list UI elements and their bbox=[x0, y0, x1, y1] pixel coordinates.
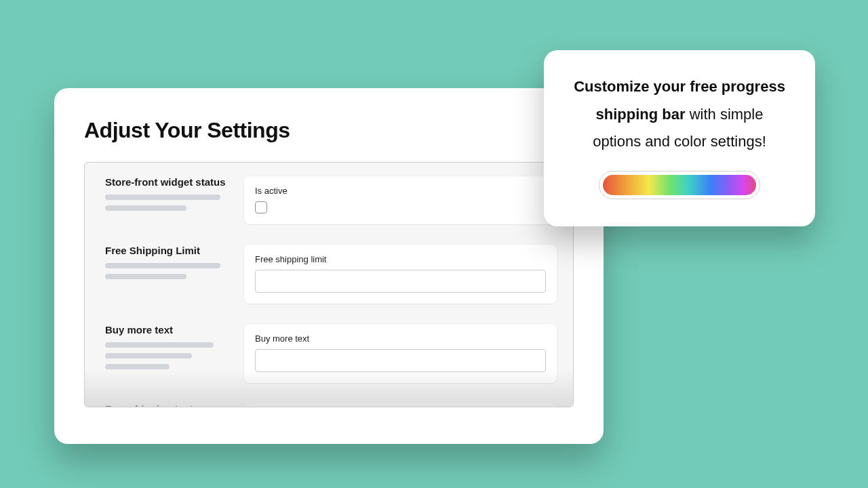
settings-card: Adjust Your Settings Store-front widget … bbox=[54, 88, 604, 444]
setting-row-free-shipping-text: Free shipping text Free shipping text bbox=[85, 390, 573, 407]
page-title: Adjust Your Settings bbox=[84, 118, 574, 143]
color-gradient-frame bbox=[599, 171, 760, 199]
setting-card-free-shipping-text: Free shipping text bbox=[244, 403, 557, 407]
is-active-checkbox[interactable] bbox=[255, 201, 267, 214]
skeleton-line bbox=[105, 353, 192, 359]
skeleton-line bbox=[105, 342, 214, 348]
setting-label: Free shipping text bbox=[105, 403, 231, 407]
setting-left: Buy more text bbox=[105, 324, 231, 383]
field-label: Buy more text bbox=[255, 333, 546, 344]
setting-row-shipping-limit: Free Shipping Limit Free shipping limit bbox=[85, 231, 573, 310]
setting-left: Free shipping text bbox=[105, 403, 231, 407]
settings-panel: Store-front widget status Is active Free… bbox=[84, 162, 574, 407]
skeleton-line bbox=[105, 195, 220, 200]
setting-row-widget-status: Store-front widget status Is active bbox=[85, 163, 573, 231]
free-shipping-limit-input[interactable] bbox=[255, 270, 546, 293]
setting-card-shipping-limit: Free shipping limit bbox=[244, 245, 557, 304]
color-gradient-icon bbox=[603, 175, 756, 195]
setting-left: Store-front widget status bbox=[105, 176, 231, 224]
skeleton-line bbox=[105, 364, 170, 369]
buy-more-text-input[interactable] bbox=[255, 349, 546, 372]
skeleton-line bbox=[105, 274, 186, 279]
setting-row-buy-more: Buy more text Buy more text bbox=[85, 310, 573, 390]
setting-card-widget-status: Is active bbox=[244, 176, 557, 224]
callout-text: Customize your free progress shipping ba… bbox=[571, 73, 788, 156]
promo-callout: Customize your free progress shipping ba… bbox=[544, 50, 815, 226]
setting-label: Buy more text bbox=[105, 324, 231, 336]
setting-left: Free Shipping Limit bbox=[105, 245, 231, 304]
setting-label: Free Shipping Limit bbox=[105, 245, 231, 256]
skeleton-line bbox=[105, 205, 186, 211]
setting-label: Store-front widget status bbox=[105, 176, 231, 188]
setting-card-buy-more: Buy more text bbox=[244, 324, 557, 383]
field-label: Is active bbox=[255, 186, 546, 196]
field-label: Free shipping limit bbox=[255, 254, 546, 264]
skeleton-line bbox=[105, 263, 220, 268]
